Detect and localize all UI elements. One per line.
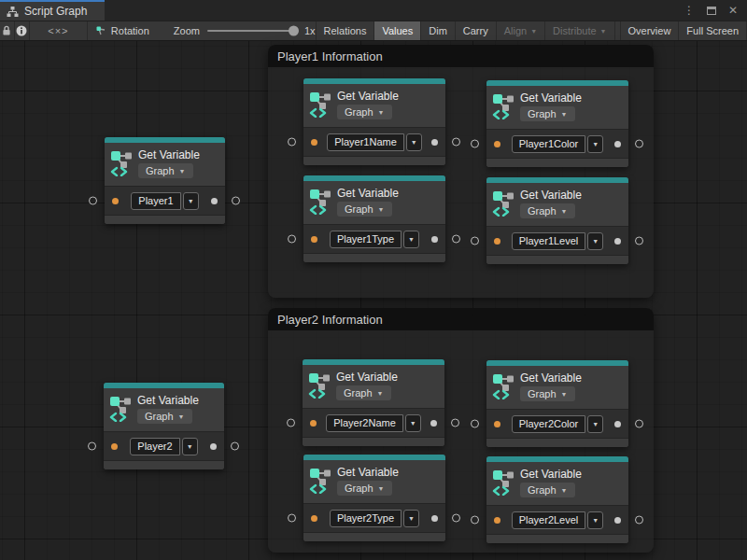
get-variable-node-player2color[interactable]: Get Variable Graph ▼ Player2Color ▼ <box>486 360 628 447</box>
variable-name-dropdown[interactable]: Player1Level ▼ <box>512 232 604 250</box>
graph-canvas[interactable]: Player1 Information Player2 Information … <box>0 41 747 560</box>
value-output-dot[interactable] <box>211 198 218 204</box>
value-output-dot[interactable] <box>431 515 438 522</box>
value-output-dot[interactable] <box>614 421 621 427</box>
input-port[interactable] <box>471 140 479 148</box>
zoom-slider[interactable] <box>207 30 297 32</box>
variable-kind-dropdown[interactable]: Graph ▼ <box>520 483 575 497</box>
zoom-slider-knob[interactable] <box>289 26 299 36</box>
dim-button[interactable]: Dim <box>421 21 456 40</box>
input-port[interactable] <box>471 237 479 245</box>
variable-name-dropdown[interactable]: Player1Type ▼ <box>330 231 419 248</box>
variable-input-dot[interactable] <box>494 238 500 245</box>
node-header[interactable]: Get Variable Graph ▼ <box>486 86 628 129</box>
input-port[interactable] <box>288 514 296 523</box>
variable-input-dot[interactable] <box>112 198 119 204</box>
align-button[interactable]: Align ▼ <box>497 21 545 40</box>
tab-script-graph[interactable]: Script Graph <box>0 0 105 21</box>
variable-kind-dropdown[interactable]: Graph ▼ <box>520 386 575 401</box>
output-port[interactable] <box>231 442 239 451</box>
variable-name-dropdown[interactable]: Player2Color ▼ <box>512 415 604 433</box>
output-port[interactable] <box>635 516 643 525</box>
maximize-icon[interactable] <box>707 7 716 15</box>
overview-button[interactable]: Overview <box>620 21 680 40</box>
values-button[interactable]: Values <box>374 21 421 40</box>
input-port[interactable] <box>471 516 479 525</box>
node-header[interactable]: Get Variable Graph ▼ <box>104 388 224 431</box>
output-port[interactable] <box>452 514 460 523</box>
get-variable-node-player2level[interactable]: Get Variable Graph ▼ Player2Level ▼ <box>486 456 628 543</box>
node-header[interactable]: Get Variable Graph ▼ <box>303 84 445 127</box>
output-port[interactable] <box>452 235 460 244</box>
kebab-menu-icon[interactable]: ⋮ <box>684 5 695 16</box>
variable-name-dropdown[interactable]: Player2Type ▼ <box>330 510 419 527</box>
variable-input-dot[interactable] <box>494 141 500 147</box>
value-output-dot[interactable] <box>431 139 438 146</box>
variable-kind-dropdown[interactable]: Graph ▼ <box>336 385 391 400</box>
variable-name-dropdown[interactable]: Player1Color ▼ <box>512 135 604 153</box>
get-variable-node-player1type[interactable]: Get Variable Graph ▼ Player1Type ▼ <box>303 175 445 262</box>
get-variable-node-player2[interactable]: Get Variable Graph ▼ Player2 ▼ <box>104 383 224 469</box>
code-view-button[interactable]: <×> <box>30 21 88 40</box>
variable-input-dot[interactable] <box>111 443 118 450</box>
output-port[interactable] <box>635 140 643 148</box>
node-header[interactable]: Get Variable Graph ▼ <box>303 181 445 224</box>
output-port[interactable] <box>232 197 240 205</box>
node-header[interactable]: Get Variable Graph ▼ <box>303 365 444 408</box>
value-output-dot[interactable] <box>614 141 621 147</box>
variable-input-dot[interactable] <box>311 139 317 146</box>
variable-input-dot[interactable] <box>311 515 317 522</box>
variable-name-dropdown[interactable]: Player1Name ▼ <box>327 133 422 151</box>
output-port[interactable] <box>635 237 643 245</box>
input-port[interactable] <box>288 235 296 244</box>
value-output-dot[interactable] <box>210 443 217 450</box>
variable-input-dot[interactable] <box>311 236 317 243</box>
variable-kind-dropdown[interactable]: Graph ▼ <box>337 202 392 217</box>
full-screen-button[interactable]: Full Screen <box>679 21 747 40</box>
distribute-button[interactable]: Distribute ▼ <box>545 21 614 40</box>
variable-kind-dropdown[interactable]: Graph ▼ <box>520 106 575 121</box>
variable-name-dropdown[interactable]: Player2Level ▼ <box>512 511 604 529</box>
node-header[interactable]: Get Variable Graph ▼ <box>486 366 628 409</box>
get-variable-node-player1color[interactable]: Get Variable Graph ▼ Player1Color ▼ <box>486 80 628 167</box>
get-variable-node-player2name[interactable]: Get Variable Graph ▼ Player2Name ▼ <box>303 359 444 446</box>
variable-kind-dropdown[interactable]: Graph ▼ <box>138 163 193 178</box>
close-icon[interactable]: ✕ <box>728 5 738 16</box>
output-port[interactable] <box>451 419 459 427</box>
get-variable-node-player1[interactable]: Get Variable Graph ▼ Player1 ▼ <box>105 137 225 224</box>
get-variable-node-player2type[interactable]: Get Variable Graph ▼ Player2Type ▼ <box>303 455 445 541</box>
lock-button[interactable] <box>0 21 15 40</box>
group-header[interactable]: Player2 Information <box>268 308 654 330</box>
value-output-dot[interactable] <box>614 238 621 245</box>
node-header[interactable]: Get Variable Graph ▼ <box>303 460 445 503</box>
input-port[interactable] <box>287 419 295 427</box>
variable-input-dot[interactable] <box>494 517 500 524</box>
node-header[interactable]: Get Variable Graph ▼ <box>105 143 225 186</box>
variable-input-dot[interactable] <box>310 420 317 427</box>
variable-name-dropdown[interactable]: Player1 ▼ <box>131 192 198 210</box>
input-port[interactable] <box>89 197 97 205</box>
output-port[interactable] <box>452 138 460 147</box>
variable-input-dot[interactable] <box>494 421 500 427</box>
value-output-dot[interactable] <box>430 420 437 427</box>
input-port[interactable] <box>288 138 296 147</box>
carry-button[interactable]: Carry <box>456 21 497 40</box>
get-variable-node-player1name[interactable]: Get Variable Graph ▼ Player1Name ▼ <box>303 78 445 165</box>
value-output-dot[interactable] <box>431 236 438 243</box>
input-port[interactable] <box>471 420 479 428</box>
variable-name-dropdown[interactable]: Player2 ▼ <box>130 438 197 455</box>
relations-button[interactable]: Relations <box>316 21 375 40</box>
variable-kind-dropdown[interactable]: Graph ▼ <box>520 203 575 218</box>
group-header[interactable]: Player1 Information <box>268 45 654 67</box>
output-port[interactable] <box>635 420 643 428</box>
node-header[interactable]: Get Variable Graph ▼ <box>486 462 628 505</box>
variable-kind-dropdown[interactable]: Graph ▼ <box>337 481 392 496</box>
rotation-control[interactable]: Rotation <box>88 21 159 40</box>
value-output-dot[interactable] <box>614 517 621 524</box>
node-header[interactable]: Get Variable Graph ▼ <box>486 183 628 226</box>
input-port[interactable] <box>88 442 96 451</box>
get-variable-node-player1level[interactable]: Get Variable Graph ▼ Player1Level ▼ <box>486 177 628 264</box>
variable-kind-dropdown[interactable]: Graph ▼ <box>337 105 392 119</box>
variable-kind-dropdown[interactable]: Graph ▼ <box>137 409 192 424</box>
info-button[interactable] <box>15 21 30 40</box>
